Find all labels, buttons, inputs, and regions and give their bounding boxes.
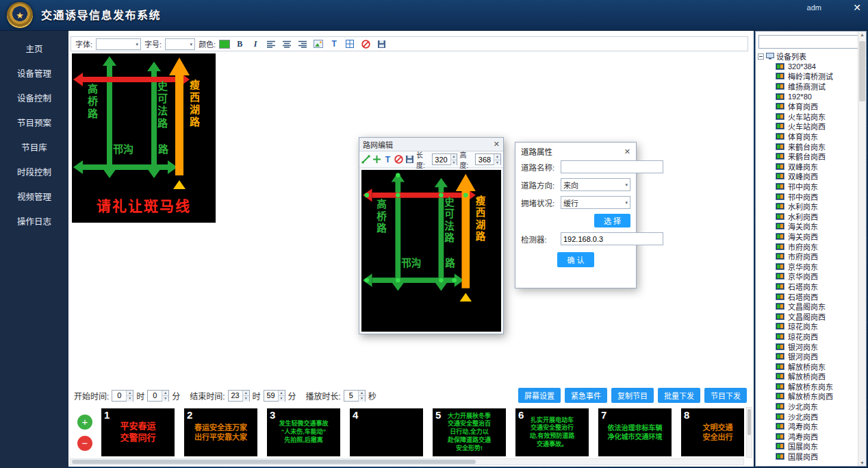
device-tree-row[interactable]: 沙北岗东 bbox=[758, 402, 858, 412]
spin-up-icon[interactable]: ▲ bbox=[279, 391, 285, 397]
program-thumbnail[interactable]: 高桥路 史可法路 瘦西湖路 邗沟 路 请礼让斑马线 发生轻微交通事故 “人未伤,… bbox=[267, 408, 340, 456]
program-thumbnail[interactable]: 高桥路 史可法路 瘦西湖路 邗沟 路 请礼让斑马线 平安春运 交警同行 1 bbox=[101, 408, 175, 456]
start-hour-input[interactable] bbox=[112, 391, 126, 401]
start-minute-spinner[interactable]: ▲▼ bbox=[147, 390, 169, 402]
device-tree-row[interactable]: 解放桥岗东 bbox=[758, 361, 858, 371]
spin-up-icon[interactable]: ▲ bbox=[451, 154, 457, 160]
road-direction-select[interactable]: 来向▾ bbox=[561, 178, 630, 191]
device-tree-row[interactable]: 解放桥东岗东 bbox=[758, 382, 858, 392]
sidebar-item[interactable]: 设备管理 bbox=[0, 62, 68, 86]
device-search-input[interactable] bbox=[758, 35, 861, 49]
spin-down-icon[interactable]: ▼ bbox=[494, 160, 500, 166]
length-spinner[interactable]: ▲▼ bbox=[432, 153, 458, 165]
scroll-up-icon[interactable]: ▲ bbox=[858, 32, 866, 37]
font-size-select[interactable]: ▾ bbox=[165, 38, 195, 50]
device-tree-row[interactable]: 海关岗东 bbox=[758, 221, 858, 232]
program-thumbnail[interactable]: 高桥路 史可法路 瘦西湖路 邗沟 路 请礼让斑马线 文明交通 安全出行 8 bbox=[681, 408, 744, 456]
program-thumbnail[interactable]: 高桥路 史可法路 瘦西湖路 邗沟 路 请礼让斑马线 依法治理非标车辆 净化城市交… bbox=[598, 408, 672, 456]
device-tree-row[interactable]: 维扬商测试 bbox=[758, 82, 858, 92]
select-button[interactable]: 选 择 bbox=[594, 214, 630, 227]
program-strip-horizontal-scrollbar[interactable] bbox=[70, 458, 744, 465]
spin-up-icon[interactable]: ▲ bbox=[243, 391, 249, 397]
device-tree-row[interactable]: 市府岗东 bbox=[758, 241, 858, 251]
crossing-tool-button[interactable] bbox=[372, 154, 381, 164]
save-button[interactable] bbox=[375, 38, 387, 50]
device-tree-row[interactable]: 体育岗东 bbox=[758, 132, 858, 142]
device-tree-row[interactable]: 银河岗西 bbox=[758, 352, 858, 362]
dialog-close-button[interactable]: ✕ bbox=[624, 147, 630, 156]
device-tree-row[interactable]: 水利岗西 bbox=[758, 212, 858, 222]
device-tree-row[interactable]: 来鹤台岗东 bbox=[758, 141, 858, 151]
text-tool-button[interactable]: T bbox=[383, 154, 392, 164]
device-tree-row[interactable]: 鸿寿岗西 bbox=[758, 432, 858, 442]
sidebar-item[interactable]: 节目预案 bbox=[0, 111, 68, 136]
bold-button[interactable]: B bbox=[233, 38, 246, 50]
device-tree-row[interactable]: 琼花岗西 bbox=[758, 332, 858, 342]
action-button[interactable]: 节目下发 bbox=[704, 388, 747, 403]
align-center-button[interactable] bbox=[281, 38, 293, 50]
spin-down-icon[interactable]: ▼ bbox=[243, 396, 249, 402]
device-tree-row[interactable]: 银河岗东 bbox=[758, 341, 858, 352]
device-tree-row[interactable]: 海关岗西 bbox=[758, 232, 858, 242]
clear-canvas-button[interactable] bbox=[394, 154, 403, 164]
sidebar-item[interactable]: 时段控制 bbox=[0, 160, 68, 185]
device-tree-row[interactable]: 市府岗西 bbox=[758, 251, 858, 262]
action-button[interactable]: 批量下发 bbox=[658, 388, 700, 403]
device-tree-row[interactable]: 沙北岗西 bbox=[758, 411, 858, 421]
duration-input[interactable] bbox=[344, 391, 358, 401]
device-tree-row[interactable]: 解放桥岗西 bbox=[758, 371, 858, 382]
spinner-arrows[interactable]: ▲▼ bbox=[450, 154, 457, 164]
spin-down-icon[interactable]: ▼ bbox=[451, 160, 457, 166]
sidebar-item[interactable]: 节目库 bbox=[0, 136, 68, 160]
spinner-arrows[interactable]: ▲▼ bbox=[126, 391, 133, 401]
clear-button[interactable] bbox=[359, 38, 372, 50]
device-tree-row[interactable]: 国展岗东 bbox=[758, 441, 858, 452]
end-minute-spinner[interactable]: ▲▼ bbox=[264, 390, 285, 402]
font-select[interactable]: ▾ bbox=[96, 38, 141, 50]
sidebar-item[interactable]: 操作日志 bbox=[0, 210, 68, 234]
device-tree-row[interactable]: 琼花岗东 bbox=[758, 321, 858, 332]
detector-input[interactable] bbox=[561, 232, 663, 245]
insert-text-button[interactable]: T bbox=[328, 38, 340, 50]
length-input[interactable] bbox=[433, 154, 450, 164]
device-tree-row[interactable]: 文昌阁岗东 bbox=[758, 301, 858, 312]
action-button[interactable]: 紧急事件 bbox=[565, 388, 607, 403]
device-tree-row[interactable]: 双峰岗西 bbox=[758, 171, 858, 182]
action-button[interactable]: 复制节目 bbox=[611, 388, 654, 403]
device-tree-row[interactable]: 体育岗西 bbox=[758, 101, 858, 112]
device-tree-row[interactable]: 320*384 bbox=[758, 62, 858, 72]
scrollbar-thumb[interactable] bbox=[859, 41, 865, 101]
sidebar-item[interactable]: 视频管理 bbox=[0, 185, 68, 210]
spin-down-icon[interactable]: ▼ bbox=[359, 396, 365, 402]
dialog-close-button[interactable]: ✕ bbox=[494, 140, 500, 149]
spinner-arrows[interactable]: ▲▼ bbox=[162, 391, 168, 401]
device-tree-row[interactable]: 解放桥东岗西 bbox=[758, 391, 858, 402]
height-spinner[interactable]: ▲▼ bbox=[475, 153, 501, 165]
start-minute-input[interactable] bbox=[148, 391, 162, 401]
italic-button[interactable]: I bbox=[249, 38, 261, 50]
device-tree-row[interactable]: 火车站岗东 bbox=[758, 112, 858, 122]
spinner-arrows[interactable]: ▲▼ bbox=[278, 391, 285, 401]
program-thumbnail[interactable]: 高桥路 史可法路 瘦西湖路 邗沟 路 请礼让斑马线 大力开展秋冬季 交通安全整治… bbox=[433, 408, 506, 456]
spin-down-icon[interactable]: ▼ bbox=[162, 396, 168, 402]
draw-line-button[interactable] bbox=[361, 154, 370, 164]
save-network-button[interactable] bbox=[405, 154, 414, 164]
congestion-select[interactable]: 缓行▾ bbox=[561, 196, 630, 209]
device-tree-row[interactable]: 双峰岗东 bbox=[758, 162, 858, 172]
program-thumbnail[interactable]: 高桥路 史可法路 瘦西湖路 邗沟 路 请礼让斑马线 扎实开展电动车 交通安全整治… bbox=[515, 408, 589, 456]
add-program-button[interactable]: + bbox=[77, 415, 92, 430]
spinner-arrows[interactable]: ▲▼ bbox=[242, 391, 249, 401]
height-input[interactable] bbox=[476, 154, 494, 164]
scrollbar-thumb[interactable] bbox=[72, 460, 476, 464]
spin-down-icon[interactable]: ▼ bbox=[127, 396, 133, 402]
align-right-button[interactable] bbox=[296, 38, 309, 50]
sidebar-item[interactable]: 主页 bbox=[0, 37, 68, 62]
road-network-canvas[interactable]: 高桥路 史可法路 瘦西湖路 邗沟 路 请礼让斑马线 bbox=[361, 170, 501, 332]
device-tree-row[interactable]: 水利岗东 bbox=[758, 201, 858, 212]
device-tree-row[interactable]: 来鹤台岗西 bbox=[758, 151, 858, 162]
device-tree-row[interactable]: 邗中岗东 bbox=[758, 182, 858, 192]
device-tree-row[interactable]: 国展岗西 bbox=[758, 452, 858, 462]
program-thumbnail[interactable]: 高桥路 史可法路 瘦西湖路 邗沟 路 请礼让斑马线 春运安全连万家 出行平安靠大… bbox=[184, 408, 257, 456]
end-minute-input[interactable] bbox=[264, 391, 278, 401]
road-name-input[interactable] bbox=[561, 160, 663, 173]
